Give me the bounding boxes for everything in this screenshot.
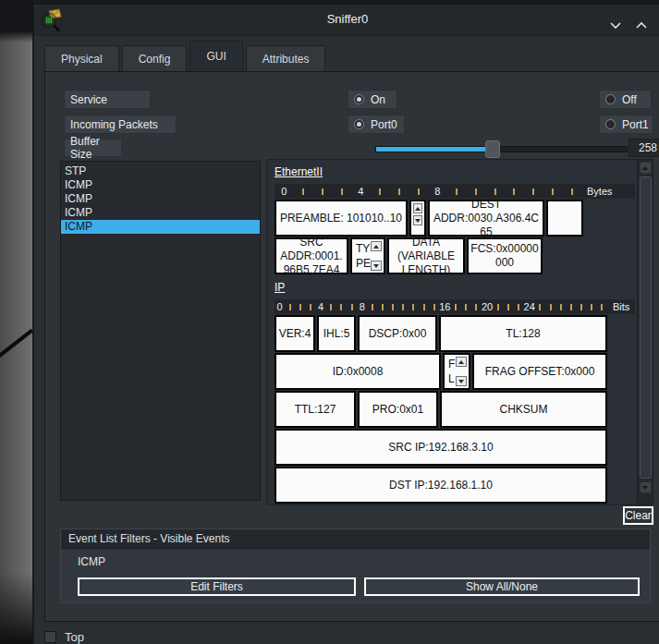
tab-bar: PhysicalConfigGUIAttributes xyxy=(44,41,328,71)
ruler-unit-label: Bits xyxy=(613,301,629,312)
ruler-tick xyxy=(423,304,425,310)
edit-filters-label: Edit Filters xyxy=(190,580,243,593)
service-on-radio[interactable]: On xyxy=(348,90,397,109)
radio-port0-label: Port0 xyxy=(371,118,397,131)
top-checkbox-row: Top xyxy=(44,630,84,644)
pdu-field-dscp: DSCP:0x00 xyxy=(358,315,437,352)
packet-list-item[interactable]: ICMP xyxy=(61,178,260,192)
ruler-tick xyxy=(392,304,394,310)
pdu-field-pro: PRO:0x01 xyxy=(358,391,438,428)
ruler-number: 20 xyxy=(482,301,493,312)
packet-list[interactable]: STPICMPICMPICMPICMP xyxy=(60,161,261,501)
ruler-tick xyxy=(497,304,499,310)
pdu-field-empty xyxy=(546,200,583,237)
ruler-tick xyxy=(351,304,353,310)
port1-radio[interactable]: Port1 xyxy=(599,115,653,134)
tab-physical[interactable]: Physical xyxy=(44,45,119,71)
ruler-tick xyxy=(455,304,457,310)
clear-button-label: Clear xyxy=(625,509,652,522)
pdu-details-panel: EthernetII048BytesPREAMBLE: 101010..10DE… xyxy=(266,159,653,505)
show-all-none-button[interactable]: Show All/None xyxy=(364,577,640,596)
service-label-text: Service xyxy=(70,93,107,106)
pdu-field-chksum: CHKSUM xyxy=(440,391,607,428)
scroll-up-button[interactable] xyxy=(640,162,652,174)
ruler: 048162024Bits xyxy=(275,299,635,314)
ruler-tick xyxy=(532,188,534,195)
pdu-field-f-l: FL xyxy=(443,353,470,390)
ruler-tick xyxy=(580,304,582,310)
ruler-tick xyxy=(433,304,435,310)
spin-up-button[interactable] xyxy=(413,203,422,213)
radio-port1-label: Port1 xyxy=(622,118,649,131)
spin-up-button[interactable] xyxy=(371,241,382,251)
pdu-field-ty-pe: TYPE xyxy=(350,237,385,274)
service-off-radio[interactable]: Off xyxy=(599,90,652,109)
service-label: Service xyxy=(64,90,151,109)
packet-list-item[interactable]: ICMP xyxy=(61,192,260,206)
slider-track[interactable] xyxy=(375,146,628,152)
pdu-field-narrow xyxy=(409,200,426,237)
pdu-field-fcs: FCS:0x00000000 xyxy=(467,237,543,274)
ruler: 048Bytes xyxy=(275,184,635,199)
titlebar[interactable]: Sniffer0 xyxy=(34,5,659,36)
spin-down-button[interactable] xyxy=(456,376,467,386)
pdu-row: SRC IP:192.168.3.10 xyxy=(275,429,637,466)
pdu-details-content: EthernetII048BytesPREAMBLE: 101010..10DE… xyxy=(267,160,637,504)
pdu-section-title-ethernetii: EthernetII xyxy=(275,165,637,178)
buffer-size-value: 258 xyxy=(628,139,659,157)
ruler-number: 4 xyxy=(318,301,323,312)
pdu-field-ttl: TTL:127 xyxy=(275,391,356,428)
tab-gui[interactable]: GUI xyxy=(189,41,242,71)
ruler-tick xyxy=(412,304,414,310)
pdu-field-id: ID:0x0008 xyxy=(275,353,441,390)
ruler-number: 24 xyxy=(524,301,535,312)
shade-chevron-down-icon[interactable] xyxy=(609,17,622,33)
pdu-field-dst-ip: DST IP:192.168.1.10 xyxy=(275,467,607,504)
ruler-tick xyxy=(418,188,420,195)
scroll-down-button[interactable] xyxy=(640,481,652,493)
pdu-field-src-addr: SRC ADDR:0001.96B5.7EA4 xyxy=(275,237,348,274)
sniffer-window: Sniffer0 PhysicalConfigGUIAttributes Ser… xyxy=(32,5,659,644)
packet-list-item[interactable]: ICMP xyxy=(61,206,260,220)
ruler-tick xyxy=(289,304,291,310)
details-scrollbar[interactable] xyxy=(637,160,653,504)
pdu-field-frag-offset: FRAG OFFSET:0x000 xyxy=(472,353,607,390)
pdu-row: DST IP:192.168.1.10 xyxy=(275,467,637,504)
pdu-field-data-variable-length: DATA (VARIABLE LENGTH) xyxy=(387,237,465,274)
pdu-field-preamble: PREAMBLE: 101010..10 xyxy=(275,200,408,237)
tab-config[interactable]: Config xyxy=(122,45,188,71)
ruler-tick xyxy=(379,188,381,195)
ruler-tick xyxy=(341,188,343,195)
workspace-background xyxy=(0,0,33,644)
pdu-row: TTL:127PRO:0x01CHKSUM xyxy=(275,391,637,428)
ruler-unit-label: Bytes xyxy=(587,186,613,197)
pdu-field-dest-addr: DEST ADDR:0030.A306.4C65 xyxy=(428,200,544,237)
ruler-tick xyxy=(518,304,519,310)
spin-up-button[interactable] xyxy=(456,357,467,367)
pdu-section-title-ip: IP xyxy=(275,281,637,294)
buffer-size-value-text: 258 xyxy=(639,141,657,154)
ruler-tick xyxy=(550,304,552,310)
clear-button[interactable]: Clear xyxy=(623,506,653,525)
radio-off-label: Off xyxy=(622,93,637,106)
top-checkbox[interactable] xyxy=(44,631,56,643)
ruler-tick xyxy=(330,304,332,310)
tab-attributes[interactable]: Attributes xyxy=(246,45,326,71)
scrollbar-thumb[interactable] xyxy=(640,176,652,479)
packet-list-item[interactable]: STP xyxy=(61,164,260,178)
ruler-tick xyxy=(475,304,477,310)
spin-down-button[interactable] xyxy=(371,261,382,271)
packet-list-item[interactable]: ICMP xyxy=(61,220,260,234)
slider-handle[interactable] xyxy=(485,140,500,158)
buffer-size-slider[interactable] xyxy=(375,140,628,157)
radio-port1-indicator xyxy=(605,119,616,129)
incoming-packets-label-text: Incoming Packets xyxy=(70,118,158,131)
ruler-tick xyxy=(310,304,311,310)
spin-down-button[interactable] xyxy=(413,215,422,225)
slider-fill xyxy=(376,147,492,152)
edit-filters-button[interactable]: Edit Filters xyxy=(78,577,356,596)
port0-radio[interactable]: Port0 xyxy=(348,115,405,134)
ruler-number: 0 xyxy=(277,301,283,312)
expand-chevron-up-icon[interactable] xyxy=(635,17,648,33)
ruler-tick xyxy=(494,188,496,195)
